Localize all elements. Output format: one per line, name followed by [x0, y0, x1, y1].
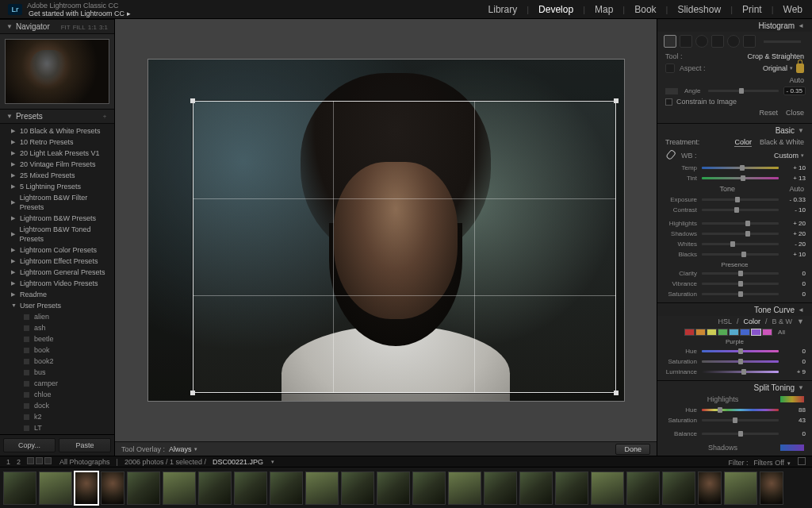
preset-folder[interactable]: ▶20 Light Leak Presets V1	[0, 148, 114, 159]
crop-canvas[interactable]	[148, 60, 624, 401]
view-mode-1[interactable]: 1	[6, 458, 10, 466]
preset-item[interactable]: book	[0, 344, 114, 356]
preset-item[interactable]: k2	[0, 411, 114, 422]
saturation-value[interactable]: 0	[783, 291, 806, 298]
basic-panel-header[interactable]: Basic	[776, 126, 795, 135]
crop-handle-tr[interactable]	[614, 98, 619, 103]
filmstrip-thumb[interactable]	[305, 471, 339, 505]
aspect-dropdown-icon[interactable]: ▾	[790, 65, 793, 71]
tint-value[interactable]: + 13	[783, 175, 806, 182]
shadows-slider[interactable]	[702, 233, 779, 235]
crop-handle-bl[interactable]	[190, 391, 195, 395]
hsl-lum-slider[interactable]	[702, 371, 779, 373]
exposure-slider[interactable]	[702, 198, 779, 201]
saturation-slider[interactable]	[702, 293, 779, 295]
grad-filter-tool-button[interactable]	[711, 35, 724, 48]
hsl-all[interactable]: All	[778, 329, 785, 336]
clarity-slider[interactable]	[702, 272, 779, 275]
treatment-color[interactable]: Color	[734, 138, 752, 147]
color-tab[interactable]: Color	[744, 318, 761, 325]
tool-overlay-caret-icon[interactable]: ▾	[194, 446, 197, 452]
angle-auto[interactable]: Auto	[789, 76, 804, 84]
clarity-value[interactable]: 0	[783, 270, 806, 277]
filmstrip-thumb[interactable]	[662, 471, 695, 505]
module-map[interactable]: Map	[593, 2, 615, 17]
filmstrip-thumb[interactable]	[234, 471, 267, 505]
wb-value[interactable]: Custom	[774, 152, 799, 160]
preset-folder[interactable]: ▶25 Mixed Presets	[0, 170, 114, 181]
tone-auto[interactable]: Auto	[789, 185, 804, 193]
preset-folder[interactable]: ▶Lightroom General Presets	[0, 267, 114, 278]
preset-item[interactable]: alien	[0, 311, 114, 322]
preset-folder[interactable]: ▶Readme	[0, 289, 114, 300]
shadow-color-swatch[interactable]	[780, 444, 804, 451]
filmstrip-thumb[interactable]	[39, 471, 72, 505]
paste-button[interactable]: Paste	[59, 438, 111, 452]
module-print[interactable]: Print	[741, 2, 764, 17]
treatment-bw[interactable]: Black & White	[760, 138, 804, 147]
preset-folder[interactable]: ▶10 Black & White Presets	[0, 125, 114, 137]
hsl-lum-value[interactable]: + 9	[783, 368, 806, 375]
filmstrip-thumb[interactable]	[270, 471, 303, 505]
crop-tool-button[interactable]	[664, 35, 676, 48]
split-toning-header[interactable]: Split Toning	[754, 383, 795, 392]
preset-folder[interactable]: ▶Lightroom Color Presets	[0, 244, 114, 256]
temp-value[interactable]: + 10	[783, 164, 806, 171]
filter-value[interactable]: Filters Off	[753, 459, 784, 467]
copy-button[interactable]: Copy...	[3, 438, 56, 452]
crop-handle-br[interactable]	[614, 391, 619, 395]
split-hue-slider[interactable]	[702, 409, 779, 411]
preset-item[interactable]: ash	[0, 322, 114, 333]
tool-slider[interactable]	[764, 40, 801, 43]
aspect-value[interactable]: Original	[763, 64, 787, 72]
nav-mode-1-1[interactable]: 1:1	[88, 24, 97, 31]
split-balance-value[interactable]: 0	[783, 430, 806, 437]
filmstrip-thumb[interactable]	[591, 471, 624, 505]
view-icons[interactable]	[27, 457, 53, 466]
crop-handle-tl[interactable]	[190, 98, 195, 103]
hsl-sat-value[interactable]: 0	[783, 358, 806, 365]
nav-mode-fit[interactable]: FIT	[61, 24, 71, 31]
filmstrip-thumb[interactable]	[760, 471, 783, 505]
split-balance-slider[interactable]	[702, 433, 779, 435]
hsl-hue-value[interactable]: 0	[783, 348, 806, 355]
filmstrip-thumb[interactable]	[448, 471, 481, 505]
angle-slider[interactable]	[708, 90, 779, 92]
spot-tool-button[interactable]	[680, 35, 692, 48]
filename-caret-icon[interactable]: ▾	[271, 459, 274, 465]
wb-eyedropper-icon[interactable]	[665, 150, 676, 161]
filmstrip-thumb[interactable]	[724, 471, 757, 505]
collection-name[interactable]: All Photographs	[59, 458, 110, 466]
hsl-sat-slider[interactable]	[702, 360, 779, 363]
filmstrip-thumb[interactable]	[75, 471, 98, 505]
module-develop[interactable]: Develop	[537, 2, 575, 17]
done-button[interactable]: Done	[615, 444, 650, 455]
nav-mode-fill[interactable]: FILL	[73, 24, 86, 31]
histogram-panel-header[interactable]: Histogram	[759, 21, 795, 30]
aspect-lock-icon[interactable]	[796, 64, 804, 73]
blacks-slider[interactable]	[702, 253, 779, 256]
filmstrip-thumb[interactable]	[163, 471, 196, 505]
split-sat-value[interactable]: 43	[783, 417, 806, 424]
angle-value[interactable]: - 0.35	[783, 87, 806, 95]
module-slideshow[interactable]: Slideshow	[676, 2, 722, 17]
preset-folder[interactable]: ▶Lightroom Effect Presets	[0, 256, 114, 267]
vibrance-value[interactable]: 0	[783, 280, 806, 287]
filmstrip-thumb[interactable]	[3, 471, 36, 505]
tool-overlay-value[interactable]: Always	[169, 445, 192, 453]
preset-item[interactable]: camper	[0, 378, 114, 389]
filmstrip-thumb[interactable]	[519, 471, 553, 505]
preset-folder[interactable]: ▶5 Lightning Presets	[0, 181, 114, 192]
navigator-thumbnail[interactable]	[0, 34, 114, 109]
whites-value[interactable]: - 20	[783, 241, 806, 248]
preset-item[interactable]: dock	[0, 400, 114, 411]
tint-slider[interactable]	[702, 177, 779, 179]
module-library[interactable]: Library	[487, 2, 519, 17]
module-web[interactable]: Web	[782, 2, 804, 17]
exposure-value[interactable]: - 0.33	[783, 196, 806, 203]
filter-lock-icon[interactable]	[798, 457, 806, 465]
highlight-color-swatch[interactable]	[780, 396, 804, 402]
highlights-slider[interactable]	[702, 222, 779, 225]
filmstrip-thumb[interactable]	[127, 471, 160, 505]
redeye-tool-button[interactable]	[695, 35, 708, 48]
